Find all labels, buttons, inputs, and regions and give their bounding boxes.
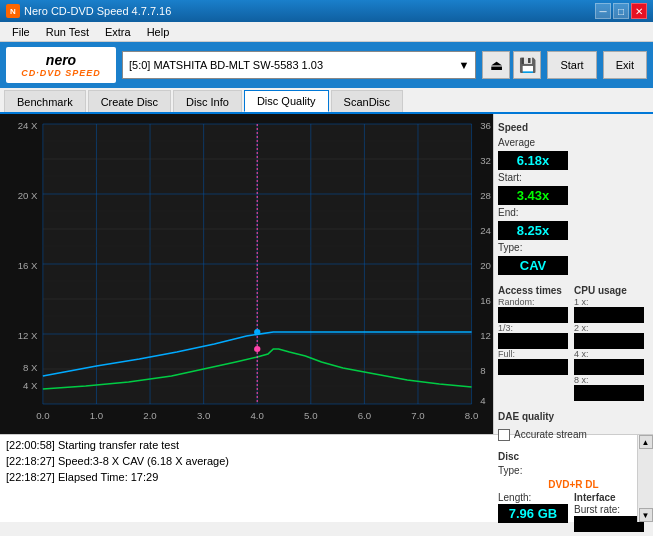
nero-brand: nero: [46, 52, 76, 68]
start-value: 3.43x: [498, 186, 568, 205]
chart-area: 24 X 20 X 16 X 12 X 8 X 4 X 36 32 28 24 …: [0, 114, 493, 434]
svg-text:8: 8: [480, 366, 485, 376]
scroll-up-button[interactable]: ▲: [639, 435, 653, 449]
toolbar-icons: ⏏ 💾: [482, 51, 541, 79]
drive-label: [5:0] MATSHITA BD-MLT SW-5583 1.03: [129, 59, 323, 71]
dropdown-arrow-icon: ▼: [459, 59, 470, 71]
menu-run-test[interactable]: Run Test: [38, 24, 97, 40]
svg-text:4 X: 4 X: [23, 381, 38, 391]
one-third-value-box: [498, 333, 568, 349]
drive-dropdown[interactable]: [5:0] MATSHITA BD-MLT SW-5583 1.03 ▼: [122, 51, 476, 79]
log-area: [22:00:58] Starting transfer rate test […: [0, 434, 653, 522]
access-times-header: Access times: [498, 285, 568, 296]
svg-text:4.0: 4.0: [251, 411, 264, 421]
cpu-col: CPU usage 1 x: 2 x: 4 x: 8 x:: [574, 285, 649, 401]
svg-text:32: 32: [480, 156, 491, 166]
cd-dvd-speed-brand: CD·DVD SPEED: [21, 68, 101, 78]
svg-text:16 X: 16 X: [18, 261, 39, 271]
svg-text:20: 20: [480, 261, 491, 271]
menu-help[interactable]: Help: [139, 24, 178, 40]
exit-button[interactable]: Exit: [603, 51, 647, 79]
tab-scan-disc[interactable]: ScanDisc: [331, 90, 403, 112]
main-content: 24 X 20 X 16 X 12 X 8 X 4 X 36 32 28 24 …: [0, 114, 653, 434]
minimize-button[interactable]: ─: [595, 3, 611, 19]
svg-text:20 X: 20 X: [18, 191, 39, 201]
log-content: [22:00:58] Starting transfer rate test […: [0, 435, 653, 522]
svg-text:28: 28: [480, 191, 491, 201]
log-line-2: [22:18:27] Speed:3-8 X CAV (6.18 X avera…: [6, 453, 631, 469]
svg-text:2.0: 2.0: [143, 411, 156, 421]
menu-bar: File Run Test Extra Help: [0, 22, 653, 42]
cpu-1x-value: [574, 307, 644, 323]
marker-dot: [254, 346, 260, 352]
svg-text:16: 16: [480, 296, 491, 306]
svg-text:6.0: 6.0: [358, 411, 371, 421]
end-value: 8.25x: [498, 221, 568, 240]
chart-svg: 24 X 20 X 16 X 12 X 8 X 4 X 36 32 28 24 …: [0, 114, 493, 434]
svg-text:5.0: 5.0: [304, 411, 317, 421]
scroll-track[interactable]: [638, 449, 653, 508]
tabs-bar: Benchmark Create Disc Disc Info Disc Qua…: [0, 88, 653, 114]
average-label: Average: [498, 137, 649, 148]
access-cpu-cols: Access times Random: 1/3: Full: CPU usag…: [498, 285, 649, 401]
tab-benchmark[interactable]: Benchmark: [4, 90, 86, 112]
window-title: Nero CD-DVD Speed 4.7.7.16: [24, 5, 171, 17]
type-value: CAV: [498, 256, 568, 275]
nero-logo: nero CD·DVD SPEED: [6, 47, 116, 83]
full-label: Full:: [498, 349, 568, 359]
dae-quality-header: DAE quality: [498, 411, 649, 422]
random-value-box: [498, 307, 568, 323]
scroll-down-button[interactable]: ▼: [639, 508, 653, 522]
svg-text:8 X: 8 X: [23, 363, 38, 373]
start-label: Start:: [498, 172, 649, 183]
speed-section-header: Speed: [498, 122, 649, 133]
access-col: Access times Random: 1/3: Full:: [498, 285, 568, 401]
title-bar-controls: ─ □ ✕: [595, 3, 647, 19]
save-icon[interactable]: 💾: [513, 51, 541, 79]
log-scrollbar: ▲ ▼: [637, 435, 653, 522]
title-bar-left: N Nero CD-DVD Speed 4.7.7.16: [6, 4, 171, 18]
log-line-1: [22:00:58] Starting transfer rate test: [6, 437, 631, 453]
svg-text:3.0: 3.0: [197, 411, 210, 421]
start-button[interactable]: Start: [547, 51, 596, 79]
random-label: Random:: [498, 297, 568, 307]
cpu-1x-label: 1 x:: [574, 297, 649, 307]
svg-text:4: 4: [480, 396, 485, 406]
svg-text:24 X: 24 X: [18, 121, 39, 131]
svg-text:12 X: 12 X: [18, 331, 39, 341]
right-panel: Speed Average 6.18x Start: 3.43x End: 8.…: [493, 114, 653, 434]
type-label: Type:: [498, 242, 649, 253]
svg-text:0.0: 0.0: [36, 411, 49, 421]
svg-text:1.0: 1.0: [90, 411, 103, 421]
menu-file[interactable]: File: [4, 24, 38, 40]
speed-marker-dot: [254, 329, 260, 335]
cpu-2x-label: 2 x:: [574, 323, 649, 333]
svg-text:36: 36: [480, 121, 491, 131]
svg-text:8.0: 8.0: [465, 411, 478, 421]
full-value-box: [498, 359, 568, 375]
log-text: [22:00:58] Starting transfer rate test […: [0, 435, 637, 522]
app-icon: N: [6, 4, 20, 18]
cpu-usage-header: CPU usage: [574, 285, 649, 296]
average-value: 6.18x: [498, 151, 568, 170]
cpu-8x-label: 8 x:: [574, 375, 649, 385]
one-third-label: 1/3:: [498, 323, 568, 333]
menu-extra[interactable]: Extra: [97, 24, 139, 40]
toolbar: nero CD·DVD SPEED [5:0] MATSHITA BD-MLT …: [0, 42, 653, 88]
eject-icon[interactable]: ⏏: [482, 51, 510, 79]
title-bar: N Nero CD-DVD Speed 4.7.7.16 ─ □ ✕: [0, 0, 653, 22]
tab-disc-info[interactable]: Disc Info: [173, 90, 242, 112]
svg-text:12: 12: [480, 331, 491, 341]
cpu-4x-label: 4 x:: [574, 349, 649, 359]
cpu-4x-value: [574, 359, 644, 375]
svg-text:24: 24: [480, 226, 491, 236]
close-button[interactable]: ✕: [631, 3, 647, 19]
svg-text:7.0: 7.0: [411, 411, 424, 421]
tab-create-disc[interactable]: Create Disc: [88, 90, 171, 112]
end-label: End:: [498, 207, 649, 218]
tab-disc-quality[interactable]: Disc Quality: [244, 90, 329, 112]
cpu-8x-value: [574, 385, 644, 401]
cpu-2x-value: [574, 333, 644, 349]
log-line-3: [22:18:27] Elapsed Time: 17:29: [6, 469, 631, 485]
maximize-button[interactable]: □: [613, 3, 629, 19]
